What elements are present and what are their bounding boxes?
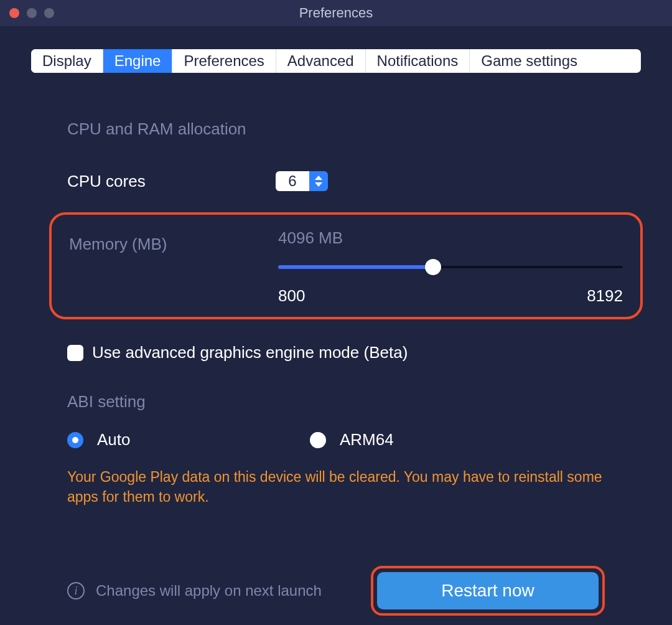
abi-warning-text: Your Google Play data on this device wil…: [67, 467, 605, 507]
cpu-cores-label: CPU cores: [67, 172, 276, 191]
tab-preferences[interactable]: Preferences: [172, 49, 276, 73]
titlebar: Preferences: [0, 0, 672, 26]
section-title-cpu-ram: CPU and RAM allocation: [67, 120, 605, 139]
cpu-cores-stepper[interactable]: 6: [276, 171, 328, 191]
info-icon: i: [67, 582, 85, 599]
minimize-icon[interactable]: [27, 8, 37, 18]
slider-fill: [278, 265, 433, 269]
radio-arm64-label: ARM64: [340, 430, 394, 449]
footer-info-text: Changes will apply on next launch: [96, 582, 322, 599]
tab-display[interactable]: Display: [31, 49, 103, 73]
abi-option-arm64[interactable]: ARM64: [310, 430, 394, 449]
memory-min-label: 800: [278, 286, 305, 306]
cpu-cores-row: CPU cores 6: [67, 171, 605, 191]
engine-panel: CPU and RAM allocation CPU cores 6 Memor…: [0, 73, 672, 616]
window-title: Preferences: [299, 5, 373, 21]
close-icon[interactable]: [9, 8, 19, 18]
stepper-arrows-icon[interactable]: [309, 171, 328, 191]
memory-highlight-box: Memory (MB) 4096 MB 800 8192: [49, 212, 643, 319]
tab-bar: Display Engine Preferences Advanced Noti…: [31, 49, 641, 73]
memory-current-value: 4096 MB: [278, 228, 623, 248]
memory-slider[interactable]: [278, 261, 623, 273]
beta-engine-row[interactable]: Use advanced graphics engine mode (Beta): [67, 343, 605, 362]
abi-option-auto[interactable]: Auto: [67, 430, 310, 449]
maximize-icon[interactable]: [44, 8, 54, 18]
tab-notifications[interactable]: Notifications: [366, 49, 470, 73]
restart-now-button[interactable]: Restart now: [377, 572, 599, 609]
beta-engine-checkbox[interactable]: [67, 345, 83, 361]
tab-engine[interactable]: Engine: [103, 49, 173, 73]
radio-auto-label: Auto: [97, 430, 131, 449]
beta-engine-label: Use advanced graphics engine mode (Beta): [92, 343, 408, 362]
footer-info: i Changes will apply on next launch: [67, 582, 322, 599]
tab-advanced[interactable]: Advanced: [276, 49, 366, 73]
memory-label: Memory (MB): [69, 235, 278, 254]
memory-max-label: 8192: [587, 286, 623, 306]
abi-setting-title: ABI setting: [67, 392, 605, 411]
footer-row: i Changes will apply on next launch Rest…: [67, 566, 605, 616]
abi-options: Auto ARM64: [67, 430, 605, 449]
radio-arm64[interactable]: [310, 432, 326, 448]
window-controls: [9, 8, 54, 18]
radio-auto[interactable]: [67, 432, 83, 448]
tab-game-settings[interactable]: Game settings: [470, 49, 589, 73]
slider-thumb[interactable]: [425, 259, 441, 275]
slider-range-labels: 800 8192: [278, 286, 623, 306]
restart-highlight-box: Restart now: [371, 566, 605, 616]
cpu-cores-value: 6: [276, 171, 309, 191]
